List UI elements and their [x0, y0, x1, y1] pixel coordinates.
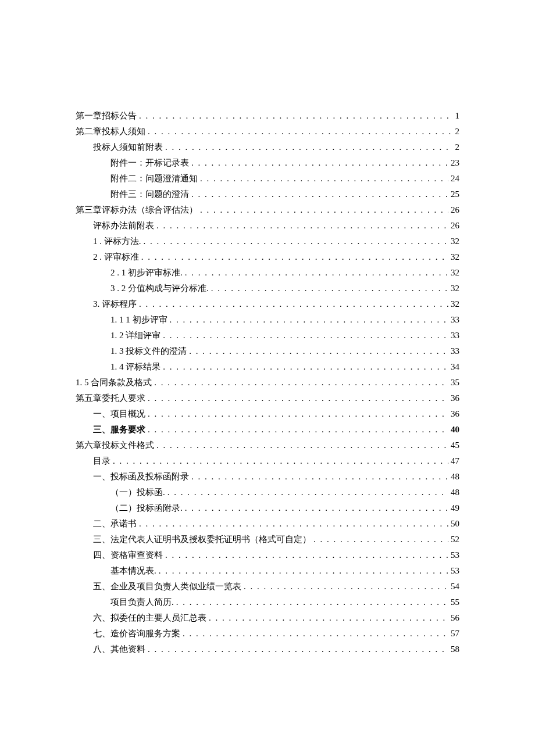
toc-entry: 投标人须知前附表2 [76, 142, 459, 153]
toc-entry: 七、造价咨询服务方案57 [76, 628, 459, 639]
toc-entry: （一）投标函.48 [76, 487, 459, 498]
toc-entry-page: 48 [451, 488, 459, 497]
toc-entry-page: 32 [451, 237, 459, 246]
toc-dots-leader [139, 519, 448, 529]
toc-entry-page: 57 [451, 629, 459, 639]
toc-dots-leader [139, 111, 453, 121]
toc-entry: （二）投标函附录.49 [76, 503, 459, 514]
toc-entry-label: 第三章评标办法（综合评估法） [76, 205, 198, 216]
toc-entry-label: 1. 2 详细评审 [110, 330, 160, 341]
toc-entry-label: 评标办法前附表 [93, 220, 154, 231]
toc-entry: 1. 2 详细评审33 [76, 330, 459, 341]
toc-entry-label: 2 . 评审标准 [93, 252, 139, 263]
toc-entry: 附件二：问题澄清通知24 [76, 173, 459, 184]
toc-dots-leader [200, 205, 448, 215]
toc-entry-page: 52 [451, 535, 459, 544]
toc-entry-label: 1. 3 投标文件的澄清 [110, 346, 187, 357]
toc-entry-page: 36 [451, 393, 459, 403]
toc-entry-label: 1. 1 1 初步评审 [110, 314, 167, 325]
toc-dots-leader [163, 362, 448, 372]
toc-entry-page: 53 [451, 550, 459, 560]
toc-entry-page: 25 [451, 189, 459, 199]
toc-dots-leader [165, 142, 453, 152]
toc-dots-leader [159, 566, 448, 576]
toc-dots-leader [141, 252, 448, 262]
toc-entry-label: 第五章委托人要求 [76, 393, 145, 404]
toc-entry: 一、项目概况36 [76, 409, 459, 420]
toc-entry-label: 七、造价咨询服务方案 [93, 628, 180, 639]
toc-entry-label: 第一章招标公告 [76, 110, 137, 121]
toc-entry-page: 53 [451, 566, 459, 576]
toc-entry-label: 第二章投标人须知 [76, 126, 145, 137]
toc-entry-label: 3. 评标程序 [93, 299, 137, 310]
toc-entry: 五、企业及项目负责人类似业绩一览表54 [76, 581, 459, 592]
toc-entry-page: 33 [451, 331, 459, 341]
toc-entry: 三、服务要求40 [76, 424, 459, 435]
toc-entry-label: 基本情况表. [110, 565, 156, 576]
toc-dots-leader [144, 237, 449, 246]
toc-entry: 第一章招标公告1 [76, 110, 459, 121]
toc-entry-page: 26 [451, 221, 459, 231]
toc-dots-leader [209, 613, 448, 623]
toc-dots-leader [113, 456, 448, 466]
toc-entry-label: 八、其他资料 [93, 644, 145, 655]
toc-dots-leader [176, 597, 448, 607]
toc-entry: 第五章委托人要求36 [76, 393, 459, 404]
toc-entry-page: 48 [451, 472, 459, 482]
toc-dots-leader [170, 315, 449, 325]
toc-entry-label: 附件二：问题澄清通知 [110, 173, 198, 184]
toc-dots-leader [183, 629, 448, 639]
toc-entry-page: 47 [451, 456, 459, 466]
toc-entry: 目录47 [76, 456, 459, 467]
toc-entry-page: 2 [455, 142, 460, 152]
toc-dots-leader [139, 299, 448, 309]
toc-entry: 1 . 评标方法.32 [76, 236, 459, 247]
toc-entry: 基本情况表.53 [76, 565, 459, 576]
toc-entry-label: 四、资格审查资料 [93, 550, 163, 561]
toc-dots-leader [156, 221, 448, 231]
toc-entry-label: （一）投标函. [110, 487, 165, 498]
toc-dots-leader [191, 158, 448, 168]
toc-entry-page: 40 [451, 425, 459, 435]
toc-dots-leader [165, 550, 448, 560]
toc-entry-page: 32 [451, 284, 459, 293]
toc-dots-leader [191, 189, 448, 199]
toc-entry-label: 三、服务要求 [93, 424, 145, 435]
toc-entry-label: 1. 4 评标结果 [110, 361, 160, 372]
toc-entry-label: 一、投标函及投标函附录 [93, 471, 189, 482]
toc-entry-label: 附件三：问题的澄清 [110, 189, 189, 200]
toc-entry-page: 58 [451, 644, 459, 654]
toc-entry-label: 附件一：开标记录表 [110, 157, 189, 169]
toc-entry: 评标办法前附表26 [76, 220, 459, 231]
toc-entry: 1. 3 投标文件的澄清33 [76, 346, 459, 357]
toc-dots-leader [189, 346, 448, 356]
toc-entry-label: 3 . 2 分值构成与评分标准. [110, 283, 209, 294]
toc-entry-label: 项目负责人简历. [110, 597, 174, 608]
toc-entry: 项目负责人简历.55 [76, 597, 459, 608]
toc-entry-page: 1 [455, 111, 460, 121]
toc-dots-leader [148, 393, 448, 403]
toc-entry-label: 2 . 1 初步评审标准. [110, 267, 183, 278]
toc-entry: 三、法定代表人证明书及授权委托证明书（格式可自定）52 [76, 534, 459, 545]
toc-entry-label: 目录 [93, 456, 110, 467]
toc-entry-page: 32 [451, 252, 459, 262]
toc-dots-leader [163, 331, 448, 341]
toc-dots-leader [200, 174, 448, 184]
toc-entry: 2 . 1 初步评审标准.32 [76, 267, 459, 278]
toc-entry-page: 23 [451, 158, 459, 168]
toc-entry-label: 六、拟委任的主要人员汇总表 [93, 612, 206, 624]
toc-entry-page: 33 [451, 315, 459, 325]
toc-dots-leader [244, 582, 448, 592]
toc-entry-page: 45 [451, 440, 459, 450]
toc-entry-page: 24 [451, 174, 459, 184]
toc-entry-label: 1 . 评标方法. [93, 236, 141, 247]
toc-entry-page: 32 [451, 299, 459, 309]
toc-entry-label: 三、法定代表人证明书及授权委托证明书（格式可自定） [93, 534, 311, 545]
toc-entry: 3 . 2 分值构成与评分标准.32 [76, 283, 459, 294]
toc-entry: 附件三：问题的澄清25 [76, 189, 459, 200]
toc-entry: 四、资格审查资料53 [76, 550, 459, 561]
toc-entry: 附件一：开标记录表23 [76, 157, 459, 169]
toc-dots-leader [211, 284, 448, 293]
toc-entry-label: 一、项目概况 [93, 409, 145, 420]
toc-entry-page: 49 [451, 503, 459, 513]
